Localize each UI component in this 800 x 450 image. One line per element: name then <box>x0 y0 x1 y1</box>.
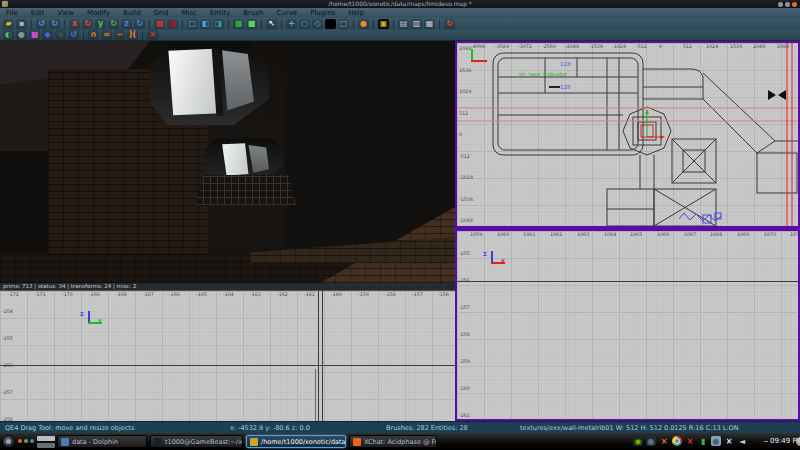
y-flip-button-glyph: y <box>98 19 103 29</box>
prism-button[interactable]: ◆ <box>55 30 66 40</box>
menu-grid[interactable]: Grid <box>154 8 169 18</box>
texture-lock-button[interactable]: ▣ <box>378 19 389 29</box>
top-view-top-ruler: -4096-3584-3072-2560-2048-1536-1024-5120… <box>457 43 798 51</box>
patch-cylinder-button[interactable]: ∩ <box>88 30 99 40</box>
make-detail-button[interactable]: ■ <box>233 19 244 29</box>
x-rotate-button[interactable]: ↻ <box>82 19 93 29</box>
chrome-tray-icon[interactable] <box>672 436 682 446</box>
keyboard-tray-icon[interactable]: × <box>724 436 734 446</box>
menu-entity[interactable]: Entity <box>210 8 230 18</box>
resize-mode-button[interactable]: □ <box>338 19 349 29</box>
sphere-tool-button[interactable]: ◐ <box>3 30 14 40</box>
update-notifier-tray-icon[interactable]: × <box>685 436 695 446</box>
refresh-models-button[interactable]: ↻ <box>444 19 455 29</box>
task-button-3[interactable]: /home/t1000/xonotic/data/m <box>246 435 346 448</box>
z-flip-button[interactable]: z <box>121 19 132 29</box>
patch-cap-button[interactable]: ≈ <box>101 30 112 40</box>
x-rotate-button-glyph: ↻ <box>84 19 91 29</box>
console-button[interactable]: ▦ <box>424 19 435 29</box>
delete-button[interactable]: × <box>147 30 158 40</box>
patch-cylinder-button-glyph: ∩ <box>90 30 97 40</box>
camera-3d-view[interactable] <box>0 41 455 283</box>
front-2d-view[interactable]: 1059106010611062106310641065106610671068… <box>455 228 800 421</box>
nvidia-tray-icon[interactable]: ◉ <box>633 436 643 446</box>
redo-button[interactable]: ↻ <box>49 19 60 29</box>
menu-view[interactable]: View <box>57 8 74 18</box>
ruler-label: 1062 <box>550 232 562 237</box>
maximize-button[interactable] <box>785 2 790 7</box>
grid-major-line-h <box>0 365 455 366</box>
csg-merge-button[interactable]: ■ <box>167 19 178 29</box>
make-structural-button[interactable]: ■ <box>246 19 257 29</box>
save-file-button[interactable]: ▪ <box>16 19 27 29</box>
x-flip-button[interactable]: x <box>69 19 80 29</box>
clipper-button[interactable]: ◧ <box>200 19 211 29</box>
texture-swatch[interactable] <box>325 19 336 29</box>
gray-sphere-button[interactable]: ● <box>16 30 27 40</box>
redo-button-glyph: ↻ <box>51 19 58 29</box>
quicklaunch-icon-2[interactable] <box>24 439 28 443</box>
translate-mode-button[interactable]: + <box>286 19 297 29</box>
texture-lock-button-glyph: ▣ <box>380 19 388 29</box>
menu-modify[interactable]: Modify <box>87 8 110 18</box>
fog-brush-button[interactable]: ■ <box>29 30 40 40</box>
menu-edit[interactable]: Edit <box>31 8 45 18</box>
task-button-4[interactable]: XChat: Acidphase @ FreeNode <box>349 435 437 448</box>
toolbar-row-2: ◐●■◆◆↺∩≈∽)(× <box>0 30 800 41</box>
vertex-mode-button[interactable]: ● <box>358 19 369 29</box>
klipper-tray-icon[interactable]: ▮ <box>698 436 708 446</box>
ruler-label: 1024 <box>706 44 718 49</box>
save-file-button-glyph: ▪ <box>19 19 24 29</box>
window-title: /home/t1000/xonotic/data/maps/limideso.m… <box>0 0 800 8</box>
quicklaunch-icon-1[interactable] <box>18 439 22 443</box>
top-2d-view[interactable]: ch_race_indicator 128 128 -4096-3584-307… <box>455 41 800 228</box>
minimize-button[interactable] <box>778 2 783 7</box>
axis-indicator: Z Y <box>78 309 108 327</box>
side-2d-view[interactable]: -172-171-170-169-168-167-166-165-164-163… <box>0 290 455 421</box>
entity-inspector-button[interactable]: ▥ <box>411 19 422 29</box>
close-button[interactable] <box>792 2 797 7</box>
desktop-pager-1[interactable] <box>37 436 55 441</box>
task-button-2[interactable]: t1000@GameBeast:~/xonotic <box>150 435 243 448</box>
surface-inspector-button[interactable]: ▤ <box>398 19 409 29</box>
xchat-tray-icon[interactable]: × <box>659 436 669 446</box>
undo-button[interactable]: ↺ <box>36 19 47 29</box>
menu-build[interactable]: Build <box>123 8 141 18</box>
task-button-1[interactable]: data - Dolphin <box>57 435 147 448</box>
desktop-pager-2[interactable] <box>37 443 55 448</box>
selection-arrow-button[interactable]: ↖ <box>266 19 277 29</box>
cap-button[interactable]: ◨ <box>213 19 224 29</box>
task-label: data - Dolphin <box>72 438 118 446</box>
hollow-button[interactable]: □ <box>187 19 198 29</box>
z-rotate-button[interactable]: ↻ <box>134 19 145 29</box>
printer-tray-icon[interactable]: ● <box>711 436 721 446</box>
ruler-label: -163 <box>250 292 261 297</box>
y-rotate-button[interactable]: ↻ <box>108 19 119 29</box>
menu-file[interactable]: File <box>6 8 18 18</box>
sphere-tool-button-glyph: ◐ <box>5 30 12 40</box>
open-file-button[interactable]: ▰ <box>3 19 14 29</box>
network-globe-tray-icon[interactable]: ● <box>646 436 656 446</box>
rotate-mode-button[interactable]: ○ <box>299 19 310 29</box>
y-rotate-button-glyph: ↻ <box>110 19 117 29</box>
titlebar[interactable]: /home/t1000/xonotic/data/maps/limideso.m… <box>0 0 800 8</box>
y-flip-button[interactable]: y <box>95 19 106 29</box>
patch-endcap-button[interactable]: )( <box>127 30 138 40</box>
menu-brush[interactable]: Brush <box>243 8 263 18</box>
panel-cashew-icon[interactable] <box>796 437 800 446</box>
menu-curve[interactable]: Curve <box>277 8 298 18</box>
quicklaunch-icon-3[interactable] <box>30 439 34 443</box>
liquid-brush-button[interactable]: ◆ <box>42 30 53 40</box>
csg-subtract-button[interactable]: ■ <box>154 19 165 29</box>
menu-plugins[interactable]: Plugins <box>310 8 335 18</box>
menu-misc[interactable]: Misc <box>181 8 196 18</box>
ruler-label: -169 <box>89 292 100 297</box>
menu-help[interactable]: Help <box>348 8 364 18</box>
free-rotate-button[interactable]: ↺ <box>68 30 79 40</box>
volume-tray-icon[interactable]: ◄ <box>737 436 747 446</box>
scale-mode-button[interactable]: ◇ <box>312 19 323 29</box>
kickoff-menu-button[interactable] <box>2 435 15 448</box>
patch-bevel-button[interactable]: ∽ <box>114 30 125 40</box>
toolbar-separator <box>373 20 374 29</box>
ruler-label: -255 <box>459 251 470 256</box>
